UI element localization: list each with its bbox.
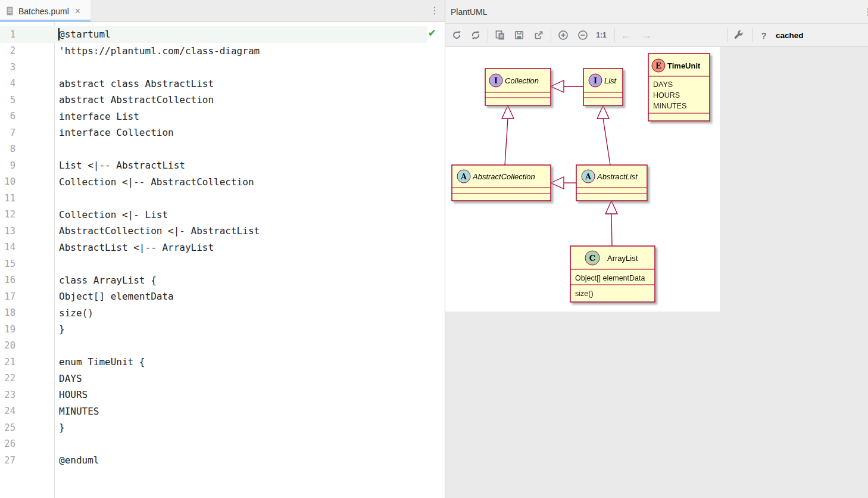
line-number: 23 [0, 390, 15, 400]
code-line[interactable]: 25} [0, 419, 445, 436]
code-line[interactable]: 3 [0, 59, 445, 76]
line-number: 12 [0, 209, 15, 220]
line-code[interactable]: List <|-- AbstractList [59, 160, 185, 171]
line-code[interactable]: } [59, 422, 65, 433]
tab-batches-puml[interactable]: Batches.puml × [0, 0, 90, 22]
code-line[interactable]: 13AbstractCollection <|- AbstractList [0, 223, 445, 239]
toolbar-separator [488, 29, 488, 42]
preview-content: I Collection I List [445, 47, 868, 498]
code-line[interactable]: 12Collection <|- List [0, 207, 445, 223]
uml-node-timeunit: E TimeUnit DAYS HOURS MINUTES [648, 54, 710, 121]
plantuml-panel-header: PlantUML ⋮ [445, 0, 868, 24]
code-line[interactable]: 11 [0, 190, 445, 207]
class-attribute: Object[] elementData [575, 274, 645, 282]
line-number: 14 [0, 242, 15, 253]
editor-options-kebab-icon[interactable]: ⋮ [430, 5, 439, 16]
line-number: 13 [0, 226, 15, 236]
line-code[interactable]: class ArrayList { [59, 275, 157, 286]
line-number: 7 [0, 127, 15, 138]
close-icon[interactable]: × [75, 7, 80, 16]
code-line[interactable]: 17Object[] elementData [0, 288, 445, 305]
node-name: ArrayList [607, 254, 638, 263]
copy-button[interactable] [495, 30, 505, 41]
copy-icon [495, 30, 505, 41]
refresh-button[interactable] [452, 30, 461, 40]
line-code[interactable]: interface Collection [59, 127, 174, 138]
line-code[interactable]: Object[] elementData [59, 291, 174, 302]
abstract-spot: A [460, 172, 467, 181]
line-code[interactable]: AbstractList <|-- ArrayList [59, 242, 214, 253]
line-code[interactable]: abstract class AbstractList [59, 78, 214, 89]
inspection-ok-icon: ✔ [428, 27, 436, 39]
line-code[interactable]: interface List [59, 111, 139, 122]
code-line[interactable]: 8 [0, 141, 445, 158]
text-caret [58, 28, 60, 41]
uml-node-abstract-list: A AbstractList [576, 165, 647, 201]
line-number: 26 [0, 438, 15, 449]
line-number: 22 [0, 373, 15, 384]
line-number: 16 [0, 275, 15, 285]
line-code[interactable]: size() [59, 307, 93, 319]
code-line[interactable]: 9List <|-- AbstractList [0, 157, 445, 174]
code-line[interactable]: 1@startuml [0, 26, 445, 43]
code-line[interactable]: 15 [0, 256, 445, 272]
line-code[interactable]: @enduml [59, 455, 99, 466]
line-code[interactable]: Collection <|-- AbstractCollection [59, 176, 254, 188]
reload-button[interactable] [471, 30, 480, 40]
save-button[interactable] [514, 30, 524, 40]
code-line[interactable]: 14AbstractList <|-- ArrayList [0, 239, 445, 256]
line-number: 20 [0, 340, 15, 351]
code-line[interactable]: 2'https://plantuml.com/class-diagram [0, 43, 445, 60]
code-line[interactable]: 7interface Collection [0, 125, 445, 141]
line-code[interactable]: 'https://plantuml.com/class-diagram [59, 45, 260, 57]
line-code[interactable]: MINUTES [59, 406, 99, 417]
line-code[interactable]: DAYS [59, 373, 82, 384]
code-line[interactable]: 23HOURS [0, 387, 445, 403]
code-line[interactable]: 6interface List [0, 108, 445, 125]
code-line[interactable]: 19} [0, 321, 445, 338]
uml-node-abstract-collection: A AbstractCollection [452, 165, 551, 201]
code-line[interactable]: 24MINUTES [0, 403, 445, 420]
code-line[interactable]: 16class ArrayList { [0, 272, 445, 289]
abstract-spot: A [585, 172, 592, 181]
panel-options-kebab-icon[interactable]: ⋮ [863, 7, 868, 17]
line-code[interactable]: AbstractCollection <|- AbstractList [59, 225, 260, 236]
code-line[interactable]: 18size() [0, 305, 445, 322]
line-code[interactable]: @startuml [59, 29, 111, 40]
line-code[interactable]: HOURS [59, 389, 88, 400]
class-spot: C [589, 254, 595, 263]
line-code[interactable]: enum TimeUnit { [59, 356, 145, 368]
code-line[interactable]: 4abstract class AbstractList [0, 76, 445, 92]
code-line[interactable]: 10Collection <|-- AbstractCollection [0, 174, 445, 191]
file-icon [6, 7, 14, 15]
uml-node-list: I List [583, 69, 623, 105]
tab-title: Batches.puml [18, 7, 69, 16]
node-name: TimeUnit [667, 61, 701, 70]
code-line[interactable]: 27@enduml [0, 452, 445, 469]
line-number: 11 [0, 193, 15, 204]
code-lines: 1@startuml 2'https://plantuml.com/class-… [0, 26, 445, 469]
line-code[interactable]: abstract AbstractCollection [59, 94, 214, 105]
code-editor[interactable]: 1@startuml 2'https://plantuml.com/class-… [0, 22, 445, 498]
line-number: 9 [0, 160, 15, 171]
code-line[interactable]: 26 [0, 436, 445, 453]
settings-button[interactable]: ▼ [527, 30, 868, 41]
line-number: 10 [0, 176, 15, 187]
code-line[interactable]: 22DAYS [0, 371, 445, 387]
node-name: AbstractCollection [472, 172, 535, 181]
line-code[interactable]: } [59, 323, 65, 335]
line-number: 21 [0, 357, 15, 368]
plantuml-panel: PlantUML ⋮ [445, 0, 868, 498]
class-diagram: I Collection I List [445, 47, 720, 312]
enum-value: DAYS [653, 80, 673, 89]
help-button[interactable]: ? [761, 30, 766, 41]
wrench-icon [733, 30, 744, 41]
line-number: 6 [0, 111, 15, 122]
code-line[interactable]: 21enum TimeUnit { [0, 354, 445, 371]
code-line[interactable]: 20 [0, 338, 445, 354]
line-code[interactable]: Collection <|- List [59, 209, 168, 220]
panel-title: PlantUML [451, 7, 487, 17]
save-icon [514, 30, 524, 40]
code-line[interactable]: 5abstract AbstractCollection [0, 92, 445, 108]
line-number: 15 [0, 259, 15, 269]
